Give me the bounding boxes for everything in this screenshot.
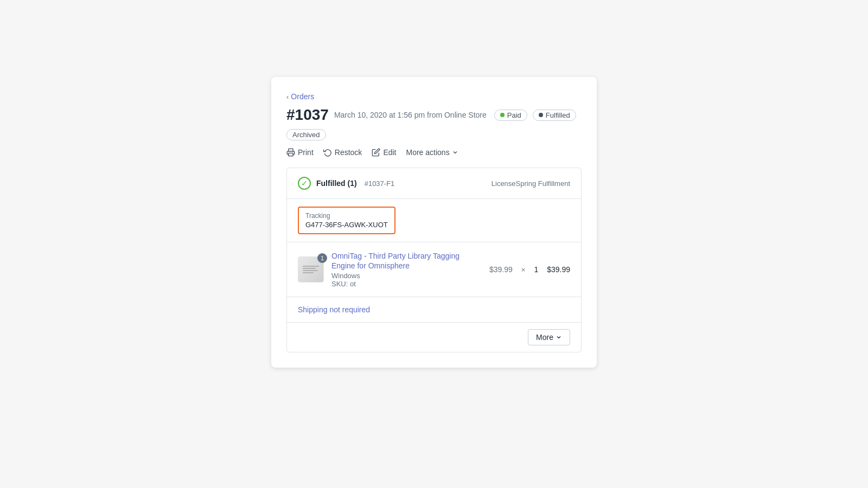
- tracking-section: Tracking G477-36FS-AGWK-XUOT: [287, 199, 581, 242]
- fulfilled-dot: [539, 113, 543, 117]
- print-button[interactable]: Print: [286, 148, 314, 157]
- product-info: OmniTag - Third Party Library Tagging En…: [331, 251, 482, 288]
- product-section: 1 OmniTag - Third Party Library Tagging …: [287, 242, 581, 297]
- fulfillment-provider: LicenseSpring Fulfillment: [492, 179, 570, 188]
- fulfillment-title: Fulfilled (1): [316, 179, 357, 188]
- more-actions-label: More actions: [406, 148, 450, 157]
- print-icon: [286, 148, 295, 157]
- fulfilled-check-icon: ✓: [298, 177, 311, 190]
- tracking-label: Tracking: [305, 212, 388, 220]
- edit-button[interactable]: Edit: [372, 148, 396, 157]
- edit-icon: [372, 148, 380, 157]
- fulfillment-card: ✓ Fulfilled (1) #1037-F1 LicenseSpring F…: [286, 168, 582, 352]
- chevron-left-icon: ‹: [286, 93, 289, 101]
- quantity-badge: 1: [317, 253, 327, 263]
- card-footer: More: [287, 322, 581, 352]
- archived-badge-label: Archived: [292, 131, 320, 139]
- product-variant: Windows: [331, 272, 482, 280]
- chevron-down-icon: [452, 149, 458, 156]
- more-button[interactable]: More: [528, 329, 570, 345]
- shipping-text: Shipping not required: [298, 305, 370, 314]
- paid-badge-label: Paid: [507, 111, 521, 119]
- price-multiply: ×: [521, 266, 526, 274]
- product-pricing: $39.99 × 1 $39.99: [489, 265, 570, 274]
- fulfillment-id: #1037-F1: [365, 179, 395, 188]
- fulfilled-badge: Fulfilled: [533, 110, 576, 121]
- paid-badge: Paid: [494, 110, 527, 121]
- doc-line-1: [303, 266, 319, 267]
- price-quantity: 1: [534, 265, 538, 274]
- edit-label: Edit: [383, 148, 396, 157]
- product-name-link[interactable]: OmniTag - Third Party Library Tagging En…: [331, 252, 459, 270]
- order-header: #1037 March 10, 2020 at 1:56 pm from Onl…: [286, 106, 582, 140]
- order-date: March 10, 2020 at 1:56 pm from Online St…: [334, 111, 487, 119]
- restock-label: Restock: [335, 148, 362, 157]
- product-row: 1 OmniTag - Third Party Library Tagging …: [298, 251, 570, 288]
- price-total: $39.99: [547, 265, 570, 274]
- product-thumbnail-wrap: 1: [298, 256, 324, 282]
- order-detail-page: ‹ Orders #1037 March 10, 2020 at 1:56 pm…: [271, 77, 597, 368]
- more-button-label: More: [536, 333, 553, 342]
- breadcrumb[interactable]: ‹ Orders: [286, 92, 582, 101]
- more-chevron-down-icon: [556, 334, 562, 341]
- price-unit: $39.99: [489, 265, 513, 274]
- svg-rect-0: [289, 153, 293, 156]
- fulfillment-header: ✓ Fulfilled (1) #1037-F1 LicenseSpring F…: [287, 168, 581, 199]
- restock-icon: [323, 148, 332, 157]
- breadcrumb-label: Orders: [291, 92, 314, 101]
- fulfillment-header-left: ✓ Fulfilled (1) #1037-F1: [298, 177, 394, 190]
- product-sku: SKU: ot: [331, 280, 482, 288]
- shipping-section: Shipping not required: [287, 297, 581, 322]
- order-number: #1037: [286, 106, 329, 124]
- more-actions-button[interactable]: More actions: [406, 148, 458, 157]
- paid-dot: [500, 113, 505, 117]
- doc-line-2: [303, 268, 316, 269]
- doc-icon: [301, 264, 321, 275]
- print-label: Print: [298, 148, 314, 157]
- order-toolbar: Print Restock Edit More actions: [286, 148, 582, 157]
- doc-line-4: [303, 272, 314, 273]
- fulfilled-badge-label: Fulfilled: [546, 111, 570, 119]
- tracking-box: Tracking G477-36FS-AGWK-XUOT: [298, 207, 395, 234]
- restock-button[interactable]: Restock: [323, 148, 362, 157]
- archived-badge: Archived: [286, 129, 326, 140]
- tracking-number: G477-36FS-AGWK-XUOT: [305, 221, 388, 229]
- doc-line-3: [303, 270, 318, 271]
